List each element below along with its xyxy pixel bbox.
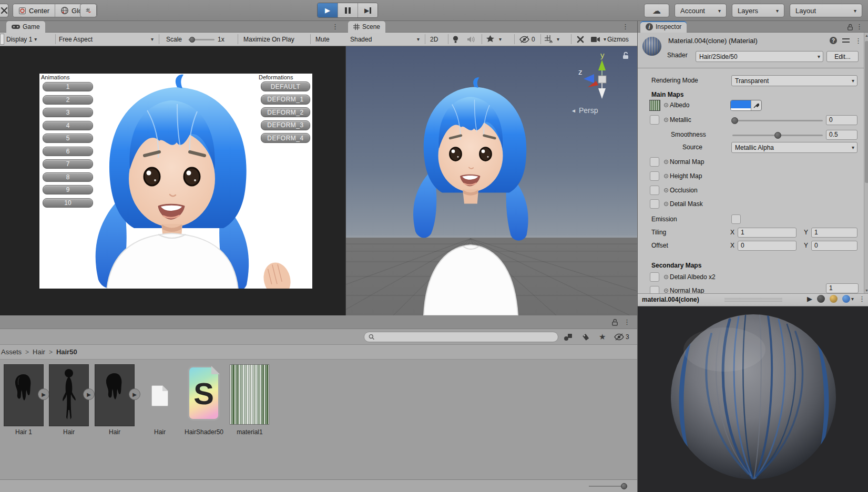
texture-picker-icon[interactable] [664, 118, 668, 122]
asset-material1[interactable]: material1 [230, 364, 269, 438]
animation-button-5[interactable]: 5 [43, 134, 93, 143]
deform-button-3[interactable]: DEFORM_3 [261, 120, 310, 130]
game-panel-menu-icon[interactable]: ⋮ [332, 23, 339, 30]
scroll-up-icon[interactable]: ▲ [864, 34, 868, 37]
texture-picker-icon[interactable] [664, 275, 668, 279]
metallic-map-checkbox[interactable] [650, 115, 659, 125]
breadcrumb-assets[interactable]: Assets [1, 348, 22, 356]
animation-button-1[interactable]: 1 [43, 82, 93, 91]
preview-play-icon[interactable]: ▶ [807, 295, 812, 303]
favorites-button[interactable]: ★ [599, 332, 606, 342]
help-icon[interactable]: ? [830, 37, 837, 44]
occlusion-checkbox[interactable] [650, 186, 659, 195]
normal-map-checkbox[interactable] [650, 157, 659, 167]
layers-dropdown[interactable]: Layers▾ [732, 4, 784, 17]
inspector-scrollbar[interactable]: ▲ ▼ [864, 33, 868, 293]
chevron-down-icon[interactable]: ▾ [557, 36, 559, 42]
emission-checkbox[interactable] [731, 214, 741, 224]
tiling-x-field[interactable]: 1 [738, 228, 796, 238]
scene-viewport[interactable]: y z ◄ Persp [346, 46, 637, 315]
project-menu-icon[interactable]: ⋮ [624, 319, 630, 325]
metallic-slider[interactable] [732, 120, 823, 121]
layout-dropdown[interactable]: Layout▾ [790, 4, 862, 17]
preview-shape-icon[interactable] [817, 295, 825, 303]
animation-button-4[interactable]: 4 [43, 121, 93, 130]
material-preview-area[interactable] [638, 306, 868, 492]
2d-toggle[interactable]: 2D [430, 33, 438, 46]
texture-picker-icon[interactable] [664, 188, 668, 192]
texture-picker-icon[interactable] [664, 103, 668, 107]
preview-environment-icon[interactable] [842, 295, 850, 303]
expand-asset-icon[interactable]: ▶ [83, 388, 95, 400]
texture-picker-icon[interactable] [664, 289, 668, 293]
shader-dropdown[interactable]: Hair/2Side/50 ▾ [696, 51, 823, 62]
scene-tools-button[interactable] [576, 33, 585, 46]
account-dropdown[interactable]: Account▾ [675, 4, 727, 17]
asset-hairshader50[interactable]: S HairShader50 [188, 366, 220, 439]
rendering-mode-dropdown[interactable]: Transparent ▾ [731, 75, 857, 86]
scene-visibility-toggle[interactable]: 0 [519, 33, 535, 46]
display-dropdown[interactable]: Display 1 ▾ [6, 33, 37, 46]
material-preview-bar[interactable]: material.004(clone) ▶ ▾ ⋮ [638, 293, 868, 306]
texture-picker-icon[interactable] [664, 174, 668, 178]
thumbnail-size-slider[interactable] [589, 486, 627, 487]
detail-mask-checkbox[interactable] [650, 199, 659, 209]
search-by-label-button[interactable] [582, 332, 590, 342]
deform-button-default[interactable]: DEFAULT [261, 81, 310, 91]
scroll-down-icon[interactable]: ▼ [864, 289, 868, 292]
chevron-down-icon[interactable]: ▾ [604, 36, 606, 42]
smoothness-value-field[interactable]: 0.5 [826, 130, 857, 140]
transform-tool-button[interactable] [0, 4, 8, 17]
source-dropdown[interactable]: Metallic Alpha ▾ [731, 142, 857, 153]
pivot-center-button[interactable]: Center [13, 4, 55, 17]
deform-button-1[interactable]: DEFORM_1 [261, 95, 310, 105]
preview-lighting-icon[interactable] [830, 295, 838, 303]
offset-y-field[interactable]: 0 [811, 241, 857, 251]
tab-inspector[interactable]: i Inspector [640, 21, 687, 33]
inspector-menu-icon[interactable]: ⋮ [856, 23, 863, 30]
asset-hair-2[interactable]: ▶ Hair [49, 364, 89, 438]
gizmos-dropdown[interactable]: Gizmos [607, 33, 629, 46]
smoothness-slider[interactable] [732, 135, 823, 136]
offset-x-field[interactable]: 0 [738, 241, 796, 251]
material-menu-icon[interactable]: ⋮ [855, 37, 862, 44]
clipped-toolbar-button[interactable] [0, 34, 4, 45]
search-box[interactable] [364, 332, 558, 342]
animation-button-8[interactable]: 8 [43, 172, 93, 182]
scene-lighting-toggle[interactable] [452, 33, 459, 46]
scene-effects-toggle[interactable]: ▾ [486, 33, 502, 46]
secondary-normal-checkbox[interactable] [650, 286, 659, 293]
pause-button[interactable] [338, 3, 358, 17]
slider-knob[interactable] [621, 483, 627, 489]
scene-lock-icon[interactable] [622, 52, 629, 59]
scene-grid-dropdown[interactable]: ▾ [545, 33, 559, 46]
cloud-button[interactable]: ☁ [644, 4, 669, 17]
albedo-color-swatch[interactable] [730, 100, 762, 111]
scene-audio-toggle[interactable] [467, 33, 475, 46]
projection-label[interactable]: ◄ Persp [571, 106, 598, 115]
breadcrumb-hair50[interactable]: Hair50 [56, 348, 77, 356]
animation-button-9[interactable]: 9 [43, 185, 93, 194]
height-map-checkbox[interactable] [650, 171, 659, 181]
search-input[interactable] [377, 333, 554, 341]
scene-panel-menu-icon[interactable]: ⋮ [622, 23, 629, 30]
asset-hair-1[interactable]: ▶ Hair 1 [4, 364, 44, 438]
animation-button-10[interactable]: 10 [43, 198, 93, 208]
shader-edit-button[interactable]: Edit... [826, 51, 859, 62]
chevron-down-icon[interactable]: ▾ [851, 296, 854, 302]
project-lock-icon[interactable] [611, 319, 618, 326]
metallic-value-field[interactable]: 0 [826, 115, 857, 125]
presets-icon[interactable] [842, 37, 850, 44]
asset-hair-doc[interactable]: Hair [143, 364, 177, 438]
play-button[interactable]: ▶ [318, 3, 338, 17]
preview-drag-handle[interactable] [724, 298, 782, 302]
inspector-lock-icon[interactable] [847, 24, 853, 30]
grid-snap-button[interactable] [80, 4, 97, 17]
tiling-y-field[interactable]: 1 [811, 228, 857, 238]
scene-camera-dropdown[interactable]: ▾ [591, 33, 606, 46]
tab-game[interactable]: Game [6, 21, 45, 33]
animation-button-6[interactable]: 6 [43, 147, 93, 156]
deform-button-2[interactable]: DEFORM_2 [261, 107, 310, 117]
animation-button-2[interactable]: 2 [43, 95, 93, 105]
breadcrumb-hair[interactable]: Hair [33, 348, 45, 356]
